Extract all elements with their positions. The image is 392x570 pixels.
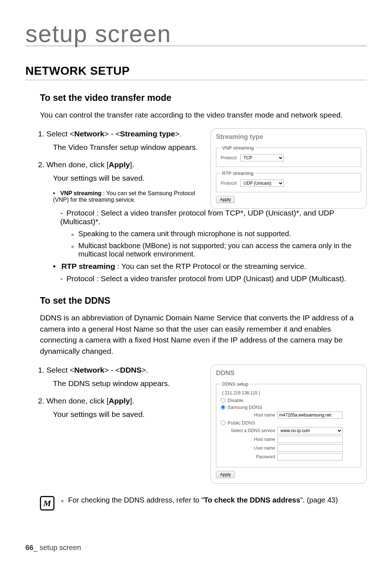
step1-prefix: Select < <box>46 130 74 138</box>
ddns-intro: DDNS is an abbreviation of Dynamic Domai… <box>40 312 367 357</box>
note-mbone: Multicast backbone (MBone) is not suppor… <box>71 242 367 258</box>
ddns-panel-title: DDNS <box>216 369 361 377</box>
service-label: Select a DDNS service <box>221 428 275 433</box>
radio-public[interactable] <box>221 421 225 425</box>
rtp-proto-dash: Protocol : Select a video transfer proto… <box>60 274 367 283</box>
ddns-title: To set the DDNS <box>40 295 367 306</box>
intro-text: You can control the transfer rate accord… <box>40 110 367 120</box>
rtp-protocol-label: Protocol <box>221 181 238 186</box>
note-icon: M <box>40 496 54 510</box>
user-input[interactable] <box>277 444 343 452</box>
radio-disable[interactable] <box>221 398 225 403</box>
ddns-legend: DDNS setup <box>221 381 250 387</box>
footnote-suffix: ". (page 43) <box>300 496 338 504</box>
page-footer: 66_ setup screen <box>25 544 81 552</box>
network-keyword: Network <box>74 366 104 374</box>
step2-sub: Your settings will be saved. <box>53 173 204 184</box>
ddns-service-select[interactable]: www.no-ip.com <box>277 427 343 434</box>
footnote: M For checking the DDNS address, refer t… <box>25 496 367 510</box>
step1-sub: The Video Transfer setup window appears. <box>53 142 204 153</box>
vnp-protocol-select[interactable]: TCP <box>240 154 284 161</box>
ddns-fieldset: DDNS setup ( 211.219.138.115 ) Disable S… <box>216 381 361 467</box>
apply-keyword: Apply <box>109 160 130 169</box>
step-2: When done, click [Apply]. Your settings … <box>46 159 204 184</box>
ddns-step-1: Select <Network> - <DDNS>. The DDNS setu… <box>46 365 204 389</box>
panel-title: Streaming type <box>216 133 361 141</box>
streaming-apply-button[interactable]: Apply <box>216 196 235 203</box>
vnp-fieldset: VNP streaming Protocol TCP <box>216 145 361 167</box>
public-host-label: Host name <box>221 437 275 442</box>
step-1: Select <Network> - <Streaming type>. The… <box>46 128 204 153</box>
ddns-step1-sub: The DDNS setup window appears. <box>53 378 204 389</box>
section-title: NETWORK SETUP <box>25 64 367 80</box>
rtp-text: : You can set the RTP Protocol or the st… <box>115 262 306 270</box>
public-label: Public DDNS <box>228 420 255 426</box>
ddns-apply-button[interactable]: Apply <box>216 471 235 478</box>
user-label: User name <box>221 446 275 451</box>
samsung-label: Samsung DDNS <box>228 405 262 410</box>
vnp-legend: VNP streaming <box>221 145 255 151</box>
streamingtype-keyword: Streaming type <box>120 130 175 138</box>
rtp-legend: RTP streaming <box>221 171 255 176</box>
rtp-bold: RTP streaming <box>61 262 115 270</box>
apply-keyword: Apply <box>109 397 130 405</box>
subsection-transfer: To set the video transfer mode You can c… <box>25 93 367 283</box>
vnp-proto-dash: Protocol : Select a video transfer proto… <box>60 209 367 226</box>
public-host-input[interactable] <box>277 436 343 443</box>
vnp-protocol-label: Protocol <box>221 155 238 160</box>
ddns-step-2: When done, click [Apply]. Your settings … <box>46 395 204 420</box>
ddns-step2-sub: Your settings will be saved. <box>53 409 204 420</box>
page-number: 66 <box>25 544 33 551</box>
rtp-protocol-select[interactable]: UDP (Unicast) <box>240 180 284 187</box>
footer-text: _ setup screen <box>33 544 81 551</box>
disable-label: Disable <box>228 398 243 403</box>
streaming-type-panel: Streaming type VNP streaming Protocol TC… <box>211 128 367 209</box>
note-mic: Speaking to the camera unit through micr… <box>71 230 367 238</box>
samsung-host-label: Host name <box>221 413 275 418</box>
password-input[interactable] <box>277 453 343 460</box>
rtp-bullet: RTP streaming : You can set the RTP Prot… <box>53 262 367 271</box>
footnote-link: To check the DDNS address <box>204 496 300 504</box>
page-header: setup screen <box>25 22 367 46</box>
rtp-fieldset: RTP streaming Protocol UDP (Unicast) <box>216 171 361 192</box>
vnp-bullet: VNP streaming : You can set the Samsung … <box>53 190 204 203</box>
vnp-bold: VNP streaming <box>60 190 102 196</box>
samsung-host-input[interactable] <box>277 411 343 419</box>
subsection-title: To set the video transfer mode <box>40 93 367 103</box>
footnote-prefix: For checking the DDNS address, refer to … <box>68 496 204 504</box>
ddns-ip: ( 211.219.138.115 ) <box>222 390 356 395</box>
password-label: Password <box>221 454 275 459</box>
subsection-ddns: To set the DDNS DDNS is an abbreviation … <box>25 295 367 484</box>
network-keyword: Network <box>74 130 104 138</box>
radio-samsung[interactable] <box>221 405 225 410</box>
ddns-panel: DDNS DDNS setup ( 211.219.138.115 ) Disa… <box>211 365 367 484</box>
ddns-keyword: DDNS <box>120 366 142 374</box>
